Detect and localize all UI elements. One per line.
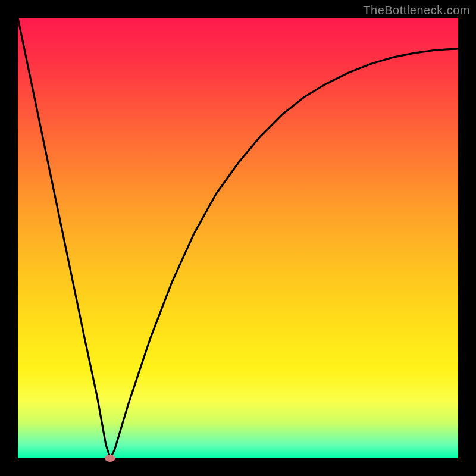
minimum-marker bbox=[105, 455, 115, 462]
bottleneck-curve bbox=[18, 18, 458, 458]
curve-line bbox=[18, 18, 458, 458]
watermark-text: TheBottleneck.com bbox=[363, 4, 470, 17]
chart-container: TheBottleneck.com bbox=[0, 0, 476, 476]
plot-area bbox=[18, 18, 458, 458]
